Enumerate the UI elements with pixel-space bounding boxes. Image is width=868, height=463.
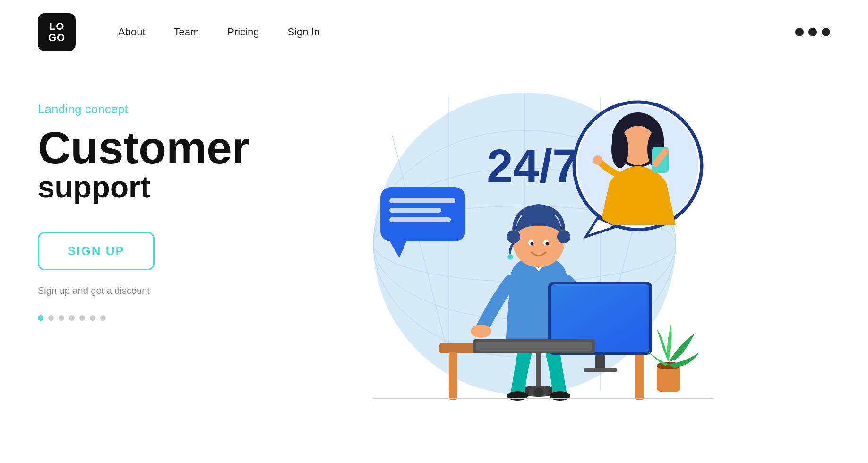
svg-point-18	[611, 130, 628, 168]
svg-point-44	[557, 230, 570, 243]
main-content: Landing concept Customer support SIGN UP…	[0, 64, 868, 463]
svg-rect-13	[389, 217, 451, 222]
svg-rect-25	[449, 352, 457, 400]
logo[interactable]: LO GO	[38, 13, 76, 51]
nav-about[interactable]: About	[118, 26, 146, 38]
hero-title-customer: Customer	[38, 125, 284, 171]
right-panel: 24/7	[284, 74, 830, 463]
nav-team[interactable]: Team	[174, 26, 199, 38]
svg-rect-53	[657, 366, 680, 392]
svg-point-45	[507, 254, 513, 260]
page-dot-4[interactable]	[69, 315, 75, 321]
page-dot-1[interactable]	[38, 315, 43, 321]
nav-signin[interactable]: Sign In	[288, 26, 320, 38]
page-dot-2[interactable]	[48, 315, 54, 321]
availability-badge: 24/7	[487, 139, 579, 192]
navbar: LO GO About Team Pricing Sign In	[0, 0, 868, 64]
signup-button[interactable]: SIGN UP	[38, 232, 155, 270]
left-panel: Landing concept Customer support SIGN UP…	[38, 74, 284, 321]
svg-rect-12	[389, 208, 441, 213]
pagination-dots	[38, 315, 284, 321]
illustration: 24/7	[307, 74, 732, 442]
page-dot-3[interactable]	[59, 315, 64, 321]
page-dot-6[interactable]	[90, 315, 95, 321]
more-options[interactable]	[795, 28, 830, 36]
svg-point-32	[534, 388, 543, 397]
signup-subtext: Sign up and get a discount	[38, 285, 284, 296]
landing-concept-label: Landing concept	[38, 102, 284, 117]
dot-1	[795, 28, 804, 36]
page-dot-5[interactable]	[79, 315, 85, 321]
svg-point-43	[507, 230, 520, 243]
hero-title-support: support	[38, 171, 284, 204]
svg-rect-29	[536, 352, 541, 390]
svg-point-21	[593, 155, 602, 165]
svg-rect-49	[595, 355, 605, 369]
nav-pricing[interactable]: Pricing	[227, 26, 259, 38]
svg-rect-26	[635, 352, 644, 400]
svg-point-36	[471, 325, 491, 338]
dot-2	[808, 28, 817, 36]
svg-rect-11	[389, 198, 455, 203]
svg-point-41	[531, 242, 534, 246]
page-dot-7[interactable]	[100, 315, 106, 321]
dot-3	[822, 28, 830, 36]
svg-rect-9	[380, 187, 465, 241]
nav-links: About Team Pricing Sign In	[118, 26, 320, 38]
svg-point-42	[546, 242, 549, 246]
svg-rect-50	[584, 368, 617, 372]
svg-rect-52	[476, 342, 592, 351]
